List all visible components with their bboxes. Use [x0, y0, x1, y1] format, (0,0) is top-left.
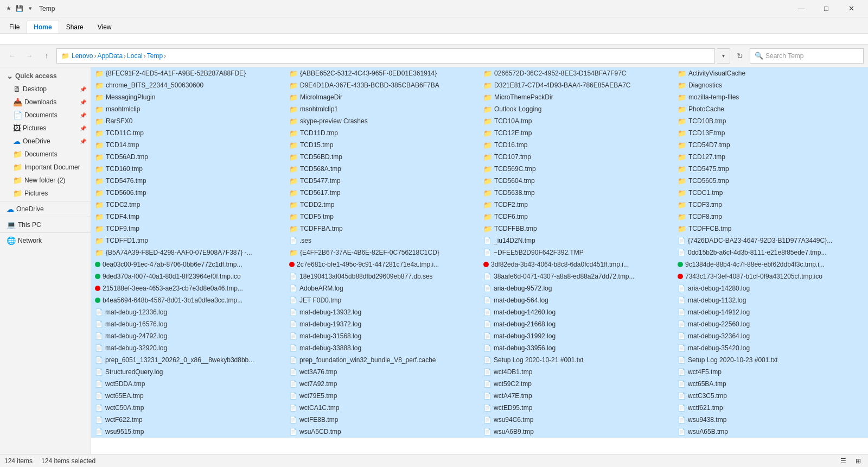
list-item[interactable]: 📁TCD127.tmp [674, 151, 868, 163]
sidebar-item-downloads[interactable]: 📥 Downloads 📌 [0, 96, 91, 109]
list-item[interactable]: 📁Diagnostics [674, 79, 868, 91]
list-item[interactable]: 📄wsu94C6.tmp [480, 414, 674, 426]
list-item[interactable]: 📁TCD5606.tmp [91, 187, 285, 199]
list-item[interactable]: 📄wct4DB1.tmp [480, 366, 674, 378]
list-item[interactable]: 📄mat-debug-31992.log [480, 330, 674, 342]
list-item[interactable]: 📄mat-debug-32364.log [674, 330, 868, 342]
list-item[interactable]: 📄_iu14D2N.tmp [480, 235, 674, 247]
sidebar-item-network[interactable]: 🌐 Network [0, 234, 91, 247]
list-item[interactable]: 📁TCDF5.tmp [285, 211, 480, 223]
list-item[interactable]: 📄mat-debug-32920.log [91, 342, 285, 354]
minimize-button[interactable]: — [789, 0, 814, 17]
list-item[interactable]: 📄38aafe6d-0471-4307-a8a8-ed88a2a7dd72.tm… [480, 270, 674, 282]
list-item[interactable]: 📁TCD56BD.tmp [285, 151, 480, 163]
sidebar-item-important-docs[interactable]: 📁 Important Documer [0, 161, 91, 174]
list-item[interactable]: 9ded370a-f007-40a1-80d1-8ff23964ef0f.tmp… [91, 270, 285, 282]
list-item[interactable]: 📁TCDFFCB.tmp [674, 223, 868, 235]
list-item[interactable]: 📄wsuA5CD.tmp [285, 426, 480, 438]
list-item[interactable]: 📄prep_foundation_win32_bundle_V8_perf.ca… [285, 354, 480, 366]
list-item[interactable]: 📄{7426DADC-BA23-4647-92D3-B1D977A3449C}.… [674, 235, 868, 247]
list-item[interactable]: 📁skype-preview Crashes [285, 115, 480, 127]
list-item[interactable]: 7343c173-f3ef-4087-b1cf-0f9a431205cf.tmp… [674, 270, 868, 282]
list-item[interactable]: 📄wct65BA.tmp [674, 378, 868, 390]
list-item[interactable]: 📁TCD160.tmp [91, 163, 285, 175]
list-item[interactable]: 📁TCD569C.tmp [480, 163, 674, 175]
list-item[interactable]: 📄wct4F5.tmp [674, 366, 868, 378]
list-item[interactable]: 📁msohtmlclip [91, 103, 285, 115]
list-item[interactable]: 📁TCD13F.tmp [674, 127, 868, 139]
list-item[interactable]: 📁TCD10A.tmp [480, 115, 674, 127]
list-item[interactable]: 📄mat-debug-33888.log [285, 342, 480, 354]
list-item[interactable]: 0ea03c00-91ec-47ab-8706-0bb6e772c1df.tmp… [91, 258, 285, 270]
list-item[interactable]: 📄wsu9515.tmp [91, 426, 285, 438]
list-item[interactable]: 📁Outlook Logging [480, 103, 674, 115]
list-item[interactable]: 📁msohtmlclip1 [285, 103, 480, 115]
list-item[interactable]: 📄aria-debug-14280.log [674, 282, 868, 294]
list-item[interactable]: 9c1384de-88b4-4c7f-88ee-ebf62ddb4f3c.tmp… [674, 258, 868, 270]
list-item[interactable]: 📁{E4FF2B67-37AE-4B6E-82EF-0C756218C1CD} [285, 247, 480, 258]
list-item[interactable]: 3df82eda-3b43-4064-b8c8-6da0fcd451ff.tmp… [480, 258, 674, 270]
list-item[interactable]: 📁MicroImageDir [285, 91, 480, 103]
sidebar-item-new-folder[interactable]: 📁 New folder (2) [0, 174, 91, 187]
list-item[interactable]: 📄wctC3C5.tmp [674, 390, 868, 402]
list-item[interactable]: 📄mat-debug-31568.log [285, 330, 480, 342]
list-item[interactable]: 📄mat-debug-13932.log [285, 306, 480, 318]
list-item[interactable]: 📁mozilla-temp-files [674, 91, 868, 103]
list-item[interactable]: 📄mat-debug-35420.log [674, 342, 868, 354]
list-item[interactable]: 📁TCD56AD.tmp [91, 151, 285, 163]
list-item[interactable]: 📁D9E4D1DA-367E-433B-BCBD-385CBAB6F7BA [285, 79, 480, 91]
list-item[interactable]: 📄mat-debug-19372.log [285, 318, 480, 330]
path-part-local[interactable]: Local [127, 52, 143, 60]
list-item[interactable]: 📄wctA47E.tmp [480, 390, 674, 402]
address-path[interactable]: 📁 Lenovo › AppData › Local › Temp › [56, 48, 715, 64]
list-item[interactable]: 📄mat-debug-14912.log [674, 306, 868, 318]
list-item[interactable]: 2c7e681c-bfe1-495c-9c91-447281c71e4a.tmp… [285, 258, 480, 270]
list-item[interactable]: 📄18e190413af045db88dfbd29609eb877.db.ses [285, 270, 480, 282]
list-item[interactable]: 📄wct59C2.tmp [480, 378, 674, 390]
list-item[interactable]: 📁TCDD2.tmp [285, 199, 480, 211]
sidebar-item-this-pc[interactable]: 💻 This PC [0, 218, 91, 231]
path-part-temp[interactable]: Temp [147, 52, 163, 60]
maximize-button[interactable]: □ [814, 0, 839, 17]
search-box[interactable]: 🔍 Search Temp [750, 48, 864, 64]
list-item[interactable]: 📄JET F0D0.tmp [285, 294, 480, 306]
sidebar-item-desktop[interactable]: 🖥 Desktop 📌 [0, 83, 91, 96]
list-item[interactable]: 📁TCDC2.tmp [91, 199, 285, 211]
list-item[interactable]: 📄wctFE8B.tmp [285, 414, 480, 426]
list-item[interactable]: 📁TCD107.tmp [480, 151, 674, 163]
list-item[interactable]: 📁D321E817-C7D4-4D93-BAA4-786E85AEBA7C [480, 79, 674, 91]
list-item[interactable]: 📁TCD568A.tmp [285, 163, 480, 175]
list-item[interactable]: 📁TCDF8.tmp [674, 211, 868, 223]
list-item[interactable]: 📁RarSFX0 [91, 115, 285, 127]
list-item[interactable]: 📄wctED95.tmp [480, 402, 674, 414]
list-item[interactable]: 📄wctCA1C.tmp [285, 402, 480, 414]
forward-button[interactable]: → [22, 48, 37, 64]
list-item[interactable]: 📁TCDF2.tmp [480, 199, 674, 211]
list-item[interactable]: 📄mat-debug-16576.log [91, 318, 285, 330]
list-item[interactable]: 📁TCD5638.tmp [480, 187, 674, 199]
list-item[interactable]: 📁TCD5604.tmp [480, 175, 674, 187]
list-item[interactable]: 📄mat-debug-24792.log [91, 330, 285, 342]
list-item[interactable]: 📄mat-debug-21668.log [480, 318, 674, 330]
list-item[interactable]: 📄Setup Log 2020-10-21 #001.txt [480, 354, 674, 366]
list-item[interactable]: 📁MessagingPlugin [91, 91, 285, 103]
list-item[interactable]: 📄wct79E5.tmp [285, 390, 480, 402]
list-item[interactable]: 📁TCD5477.tmp [285, 175, 480, 187]
list-item[interactable]: 📄Setup Log 2020-10-23 #001.txt [674, 354, 868, 366]
list-item[interactable]: 📄wct65EA.tmp [91, 390, 285, 402]
list-item[interactable]: 📁TCD15.tmp [285, 139, 480, 151]
list-item[interactable]: 📄mat-debug-12336.log [91, 306, 285, 318]
tab-view[interactable]: View [91, 21, 119, 33]
path-part-lenovo[interactable]: Lenovo [72, 52, 93, 60]
list-item[interactable]: 📁PhotoCache [674, 103, 868, 115]
list-item[interactable]: 📄wsu9438.tmp [674, 414, 868, 426]
file-list-scroll[interactable]: 📁{8FEC91F2-4ED5-4A1F-A9BE-52B287A88FDE}📁… [91, 67, 868, 454]
details-view-button[interactable]: ☰ [838, 456, 848, 466]
tab-home[interactable]: Home [27, 21, 59, 33]
dropdown-arrow-icon[interactable]: ▾ [26, 4, 35, 13]
list-item[interactable]: 📁ActivityVisualCache [674, 67, 868, 79]
sidebar-item-pictures[interactable]: 🖼 Pictures 📌 [0, 122, 91, 135]
list-item[interactable]: 📄wct5DDA.tmp [91, 378, 285, 390]
list-item[interactable]: 📁TCD54D7.tmp [674, 139, 868, 151]
list-item[interactable]: 📄wsuA65B.tmp [674, 426, 868, 438]
